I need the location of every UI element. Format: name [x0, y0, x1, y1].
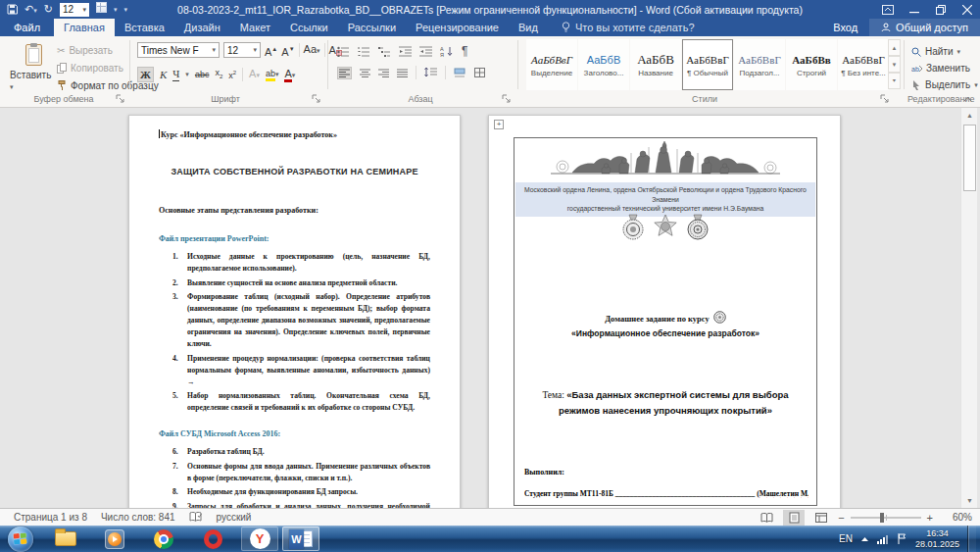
taskbar-media-player-button[interactable] [96, 527, 133, 551]
qat-table-icon[interactable] [96, 0, 107, 19]
italic-button[interactable]: К [160, 68, 167, 81]
zoom-slider[interactable] [851, 517, 921, 519]
network-icon[interactable] [877, 534, 889, 544]
line-spacing-icon[interactable] [424, 68, 437, 77]
zoom-in-button[interactable]: + [927, 512, 933, 524]
replace-button[interactable]: ab Заменить [911, 61, 978, 75]
start-button[interactable] [0, 527, 41, 551]
ribbon-display-options-icon[interactable] [874, 0, 901, 19]
tab-вид[interactable]: Вид [509, 19, 548, 36]
numbering-icon[interactable] [358, 46, 370, 57]
font-name-combo[interactable]: Times New F▾ [137, 42, 220, 58]
document-page-1[interactable]: Курс «Информационное обеспечение разрабо… [128, 115, 461, 508]
scroll-down-icon[interactable]: ▼ [962, 493, 977, 508]
share-button[interactable]: Общий доступ [869, 19, 980, 36]
tab-макет[interactable]: Макет [230, 19, 280, 36]
collapse-ribbon-icon[interactable] [963, 96, 972, 102]
undo-icon[interactable]: ↶▾ [24, 0, 37, 20]
paragraph-dialog-launcher[interactable] [502, 94, 512, 104]
taskbar-clock[interactable]: 16:34 28.01.2025 [915, 528, 959, 550]
find-button[interactable]: Найти▾ [911, 44, 978, 59]
word-count[interactable]: Число слов: 841 [101, 512, 175, 523]
document-page-2[interactable]: + [488, 115, 841, 508]
pilcrow-icon[interactable]: ¶ [462, 44, 467, 58]
web-layout-icon[interactable] [810, 510, 832, 526]
table-move-handle[interactable]: + [494, 120, 504, 129]
style-подзагол[interactable]: АаБбВвГПодзагол... [734, 39, 785, 90]
taskbar-word-button[interactable]: W [282, 527, 319, 551]
paste-button[interactable]: Вставить ▾ [10, 42, 57, 99]
tab-рецензирование[interactable]: Рецензирование [406, 19, 509, 36]
shrink-font-button[interactable]: А▼ [281, 42, 294, 59]
justify-button[interactable] [397, 69, 408, 77]
close-button[interactable] [954, 0, 980, 19]
change-case-button[interactable]: Aa▾ [304, 42, 320, 58]
multilevel-list-icon[interactable] [378, 46, 391, 57]
tab-рассылки[interactable]: Рассылки [338, 19, 406, 36]
tell-me-box[interactable]: Что вы хотите сделать? [548, 19, 695, 36]
align-center-button[interactable] [360, 69, 370, 77]
tab-ссылки[interactable]: Ссылки [280, 19, 338, 36]
tab-file[interactable]: Файл [0, 19, 54, 36]
font-size-combo[interactable]: 12▾ [223, 42, 261, 58]
read-mode-icon[interactable] [756, 510, 777, 526]
style-выделение[interactable]: АаБбВвГВыделение [526, 39, 577, 90]
borders-icon[interactable] [474, 68, 486, 77]
language-tray[interactable]: EN [839, 533, 853, 544]
zoom-level[interactable]: 60% [939, 512, 972, 523]
decrease-indent-icon[interactable] [399, 46, 412, 57]
show-desktop-button[interactable] [967, 526, 976, 552]
increase-indent-icon[interactable] [419, 46, 432, 57]
qat-more-icon[interactable]: ▾ [123, 6, 126, 14]
gallery-up-icon[interactable]: ▲ [888, 39, 901, 56]
subscript-button[interactable]: x2 [215, 66, 222, 83]
sort-icon[interactable]: АЯ [440, 46, 454, 57]
language-indicator[interactable]: русский [217, 512, 252, 523]
styles-dialog-launcher[interactable] [880, 94, 890, 104]
save-icon[interactable] [7, 4, 18, 15]
style-строгий[interactable]: АаБбВвСтрогий [786, 39, 837, 90]
strikethrough-button[interactable]: abc [195, 68, 210, 81]
style-обычный[interactable]: АаБбВвГ¶ Обычный [682, 39, 733, 90]
style-название[interactable]: АаБбВНазвание [630, 39, 681, 90]
style-безинте[interactable]: АаБбВвГ¶ Без инте... [838, 39, 889, 90]
redo-icon[interactable]: ↻ [44, 0, 53, 19]
minimize-button[interactable] [901, 0, 927, 19]
scroll-up-icon[interactable]: ▲ [962, 108, 977, 123]
style-заголово[interactable]: АаБбВЗаголово... [578, 39, 629, 90]
taskbar-explorer-button[interactable] [47, 527, 84, 551]
highlight-button[interactable]: ab▾ [266, 67, 279, 81]
grow-font-button[interactable]: А▲ [265, 42, 277, 59]
gallery-down-icon[interactable]: ▼ [888, 56, 901, 73]
page-indicator[interactable]: Страница 1 из 8 [14, 512, 87, 523]
scrollbar-thumb[interactable] [963, 125, 976, 191]
tab-вставка[interactable]: Вставка [115, 19, 174, 36]
sign-in-button[interactable]: Вход [821, 22, 869, 33]
clipboard-dialog-launcher[interactable] [116, 94, 125, 104]
print-layout-icon[interactable] [783, 510, 805, 526]
underline-button[interactable]: Ч [172, 67, 179, 81]
bullets-icon[interactable] [337, 46, 350, 57]
align-left-button[interactable] [337, 67, 352, 79]
qat-font-size-box[interactable]: 12▾ [60, 3, 89, 17]
taskbar-chrome-button[interactable] [145, 527, 182, 551]
zoom-slider-thumb[interactable] [880, 513, 884, 523]
qat-customize-icon[interactable]: ▾ [114, 6, 118, 14]
select-button[interactable]: Выделить▾ [911, 77, 978, 92]
hidden-icons-arrow[interactable] [860, 536, 869, 542]
font-color-button[interactable]: А▾ [284, 67, 295, 82]
superscript-button[interactable]: x2 [228, 66, 236, 82]
gallery-more-icon[interactable]: ⯆ [888, 73, 901, 89]
action-center-flag-icon[interactable] [897, 533, 907, 544]
font-dialog-launcher[interactable] [312, 94, 321, 104]
align-right-button[interactable] [378, 69, 389, 77]
zoom-out-button[interactable]: − [838, 512, 844, 524]
proofing-icon[interactable] [189, 512, 203, 523]
text-effects-button[interactable]: А▾ [249, 67, 260, 82]
tab-главная[interactable]: Главная [54, 19, 115, 36]
restore-button[interactable] [927, 0, 954, 19]
bold-button[interactable]: Ж [137, 67, 154, 82]
taskbar-opera-button[interactable] [194, 527, 231, 551]
vertical-scrollbar[interactable]: ▲ ▼ [960, 108, 977, 508]
shading-icon[interactable] [454, 68, 466, 77]
